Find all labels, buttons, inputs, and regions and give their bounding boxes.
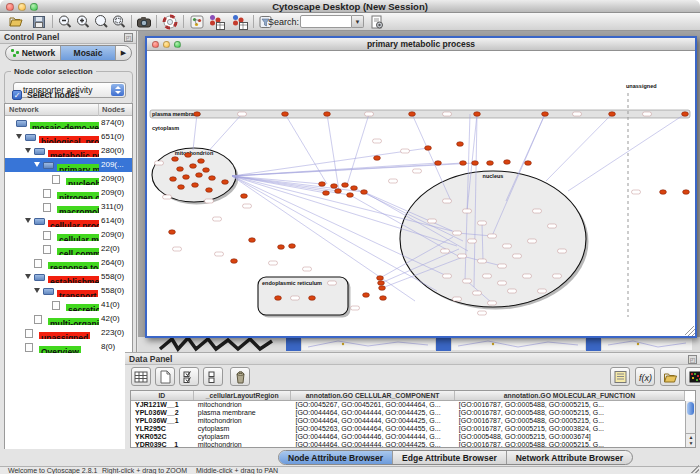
disclosure-triangle-icon[interactable] [25,218,31,223]
node-label-pill [558,249,567,253]
table-column-header[interactable]: annotation.GO MOLECULAR_FUNCTION [455,391,685,400]
status-message: Middle-click + drag to PAN [196,467,278,474]
matrix-view-icon[interactable] [685,367,700,386]
node-label-pill [523,274,532,278]
tab-mosaic[interactable]: Mosaic [61,46,116,60]
network-canvas[interactable]: plasma membranecytoplasmmitochondrionnuc… [147,51,695,338]
tree-row[interactable]: macromolecule311(0) [5,200,132,214]
table-row[interactable]: YJR121W__1mitochondrion[GO:0045267, GO:0… [131,401,685,409]
table-vertical-scrollbar[interactable]: ▲▼ [685,401,695,447]
open-file-icon[interactable] [8,14,24,30]
tree-row[interactable]: cellular metabo209(0) [5,228,132,242]
delete-attribute-icon[interactable] [230,367,250,386]
select-nodes-checkbox[interactable]: ✓ [12,90,22,100]
table-column-header[interactable]: ID [131,391,194,400]
select-attributes-icon[interactable] [179,367,199,386]
network-view-titlebar[interactable]: primary metabolic process [147,38,695,51]
vizmapper-node-icon[interactable] [208,14,224,30]
new-attribute-icon[interactable] [155,367,175,386]
table-row[interactable]: YDR039C__1mitochondrion[GO:0044464, GO:0… [131,441,685,447]
edge [193,114,197,150]
tree-row[interactable]: cellular process614(0) [5,214,132,228]
tab-node-attribute-browser[interactable]: Node Attribute Browser [279,451,393,464]
tree-row[interactable]: response to stimulu264(0) [5,256,132,270]
zoom-selected-icon[interactable] [111,14,127,30]
table-header-row[interactable]: ID_cellularLayoutRegionannotation.GO CEL… [131,391,685,401]
table-row[interactable]: YPL036W__2plasma membrane[GO:0044464, GO… [131,409,685,417]
tree-row[interactable]: nucleobase-209(0) [5,172,132,186]
snapshot-camera-icon[interactable] [136,14,152,30]
edge [232,148,428,176]
node-label-pill [643,112,652,116]
compartment-mitochondrion [152,148,236,202]
search-input[interactable] [300,15,352,28]
window-resize-grip[interactable] [685,326,695,336]
scrollbar-arrows[interactable]: ▲▼ [686,433,696,447]
network-node [363,293,370,298]
dropdown-stepper-icon [111,84,124,96]
network-node [683,190,690,195]
tree-row[interactable]: primary metabo209(... [5,158,132,172]
tree-row[interactable]: Overview8(0) [5,340,132,354]
attribute-list-icon[interactable] [610,367,630,386]
disclosure-triangle-icon[interactable] [34,288,40,293]
zoom-in-icon[interactable] [75,14,91,30]
tree-col-network[interactable]: Network [9,105,39,114]
unselect-attributes-icon[interactable] [203,367,223,386]
tree-row[interactable]: secretion41(0) [5,298,132,312]
edge [546,114,612,181]
table-row[interactable]: YPL036W__1mitochondrion[GO:0044464, GO:0… [131,417,685,425]
network-node [660,190,667,195]
function-builder-icon[interactable]: f(x) [635,367,655,386]
vizmapper-edge-icon[interactable] [231,14,247,30]
tree-row[interactable]: multi-organism pro42(0) [5,312,132,326]
tree-row[interactable]: mosaic-demo-yeast874(0) [5,116,132,130]
tab-network[interactable]: Network [6,46,61,60]
network-node [206,188,213,193]
node-label-pill [443,112,452,116]
tree-row-label: nucleobase- [66,178,99,185]
scrollbar-thumb[interactable] [687,402,694,415]
node-label-pill [463,279,472,283]
tree-col-nodes[interactable]: Nodes [102,105,125,114]
table-row[interactable]: YLR295Ccytoplasm[GO:0045263, GO:0044464,… [131,425,685,433]
tree-row[interactable]: metabolic process280(0) [5,144,132,158]
tree-row-count: 874(0) [101,118,124,127]
node-label-pill [468,239,477,243]
disclosure-triangle-icon[interactable] [25,148,31,153]
float-panel-icon[interactable]: ◰ [124,33,133,42]
tree-row[interactable]: unassigned223(0) [5,326,132,340]
tree-row[interactable]: cell communicat22(0) [5,242,132,256]
layout-icon[interactable] [189,14,205,30]
tree-row[interactable]: biological_process651(0) [5,130,132,144]
tab-edge-attribute-browser[interactable]: Edge Attribute Browser [393,451,507,464]
attribute-grid-icon[interactable] [131,367,151,386]
search-settings-icon[interactable] [369,14,385,30]
network-node [177,167,184,172]
help-lifesaver-icon[interactable] [162,14,178,30]
table-row[interactable]: YKR052Ccytoplasm[GO:0044464, GO:0044446,… [131,433,685,441]
table-column-header[interactable]: _cellularLayoutRegion [194,391,292,400]
control-panel: Control Panel ◰ Network Mosaic ▶ Node co… [0,31,137,466]
zoom-fit-icon[interactable] [93,14,109,30]
disclosure-triangle-icon[interactable] [16,134,22,139]
save-icon[interactable] [31,14,47,30]
tree-row[interactable]: nitrogen compo209(0) [5,186,132,200]
network-node [209,176,216,181]
tree-row-label: cell communicat [57,248,99,255]
disclosure-triangle-icon[interactable] [34,162,40,167]
import-attributes-icon[interactable] [660,367,680,386]
float-panel-icon[interactable]: ◰ [688,355,697,364]
node-label-pill [373,139,382,143]
tree-row[interactable]: establishment of lo558(0) [5,270,132,284]
disclosure-triangle-icon[interactable] [25,274,31,279]
zoom-out-icon[interactable] [57,14,73,30]
table-column-header[interactable]: annotation.GO CELLULAR_COMPONENT [291,391,454,400]
network-node [682,112,689,117]
tree-row[interactable]: transport558(0) [5,284,132,298]
tab-network-attribute-browser[interactable]: Network Attribute Browser [507,451,632,464]
search-dropdown-button[interactable]: ▼ [352,15,364,28]
app-resize-grip[interactable] [691,465,699,473]
tab-overflow-arrow[interactable]: ▶ [116,46,131,60]
network-node [347,193,354,198]
